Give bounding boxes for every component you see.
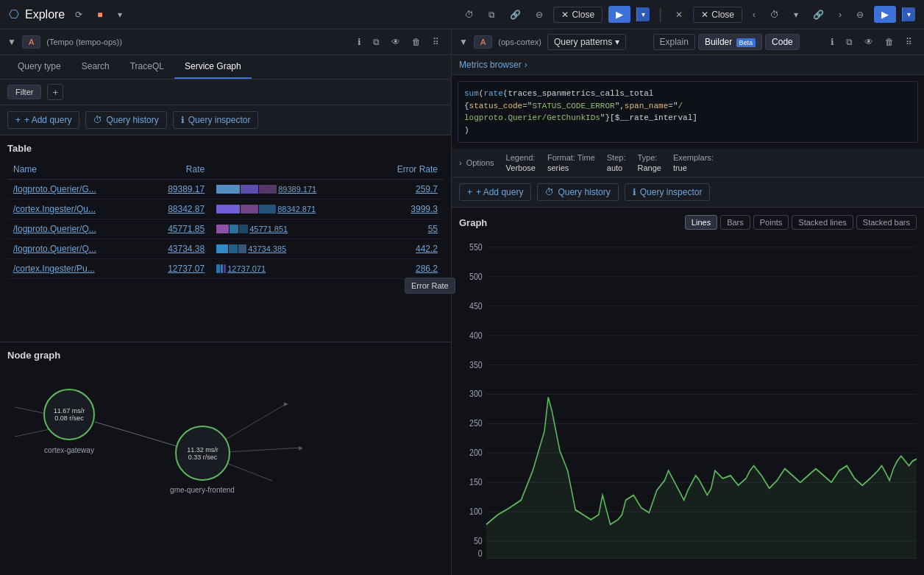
left-panel-icons: ℹ ⧉ 👁 🗑 ⠿ <box>353 34 444 50</box>
cell-bar: 12737.071 <box>210 259 369 279</box>
divider: | <box>658 6 662 23</box>
right-next-btn[interactable]: › <box>834 7 846 23</box>
cell-rate: 89389.17 <box>142 180 211 200</box>
left-collapse-btn[interactable]: ▼ <box>7 37 16 47</box>
left-datasource-name: (Tempo (tempo-ops)) <box>46 38 122 46</box>
graph-points-btn[interactable]: Points <box>753 215 789 230</box>
left-query-history-btn[interactable]: ⏱ Query history <box>85 111 166 129</box>
left-copy-btn[interactable]: ⧉ <box>484 7 500 23</box>
table-row: /cortex.Ingester/Qu... 88342.87 88342.87… <box>7 200 444 219</box>
right-run-button[interactable]: ▶ <box>874 6 896 23</box>
code-editor[interactable]: sum(rate(traces_spanmetrics_calls_total … <box>458 81 918 143</box>
graph-stacked-bars-btn[interactable]: Stacked bars <box>856 215 917 230</box>
left-chevron-btn[interactable]: ▾ <box>113 7 127 23</box>
left-eye-btn[interactable]: 👁 <box>387 34 405 50</box>
graph-bars-btn[interactable]: Bars <box>720 215 750 230</box>
filter-row: Filter + <box>0 80 451 105</box>
right-query-inspector-btn[interactable]: ℹ Query inspector <box>625 183 711 201</box>
tab-query-type[interactable]: Query type <box>7 55 71 79</box>
svg-text:50: 50 <box>474 535 483 547</box>
right-zoom-btn[interactable]: ⊖ <box>852 7 868 23</box>
right-close-button[interactable]: ✕ Close <box>693 7 742 23</box>
left-history-btn[interactable]: ⏱ <box>461 7 478 23</box>
right-close-x[interactable]: ✕ <box>671 7 687 23</box>
chevron-right-options-icon: › <box>459 158 462 167</box>
code-span-val: / <box>678 102 683 110</box>
right-prev-btn[interactable]: ‹ <box>748 7 760 23</box>
filter-label: Filter <box>7 85 41 99</box>
right-drag-btn[interactable]: ⠿ <box>901 34 917 50</box>
code-rate: rate <box>483 89 502 98</box>
col-bar <box>210 160 369 180</box>
share-button[interactable]: ⟳ <box>71 7 87 23</box>
graph-area: 550 500 450 400 350 300 250 200 150 100 … <box>459 236 917 559</box>
right-info-btn[interactable]: ℹ <box>826 34 839 50</box>
tab-traceql[interactable]: TraceQL <box>120 55 174 79</box>
options-legend: Legend: Verbose <box>506 153 536 172</box>
right-close-x-icon: ✕ <box>701 10 708 20</box>
options-toggle[interactable]: › Options <box>459 158 494 167</box>
tab-search[interactable]: Search <box>71 55 120 79</box>
right-eye-btn[interactable]: 👁 <box>860 34 878 50</box>
graph-section: Graph Lines Bars Points Stacked lines St… <box>452 208 924 575</box>
right-collapse-btn[interactable]: ▼ <box>459 37 468 47</box>
left-run-arrow-button[interactable]: ▾ <box>636 7 650 21</box>
right-query-history-btn[interactable]: ⏱ Query history <box>537 183 618 201</box>
left-zoom-btn[interactable]: ⊖ <box>531 7 547 23</box>
cell-error-rate: 286.2 <box>369 259 444 279</box>
metrics-browser-btn[interactable]: Metrics browser › <box>459 60 527 70</box>
left-link-btn[interactable]: 🔗 <box>505 7 525 23</box>
left-datasource-icon[interactable]: ■ <box>93 7 107 23</box>
left-info-btn[interactable]: ℹ <box>353 34 366 50</box>
right-add-query-btn[interactable]: + + Add query <box>459 183 531 201</box>
left-copy-query-btn[interactable]: ⧉ <box>369 34 384 50</box>
right-run-arrow-button[interactable]: ▾ <box>902 7 915 21</box>
left-query-inspector-btn[interactable]: ℹ Query inspector <box>173 111 259 129</box>
left-add-query-btn[interactable]: + + Add query <box>7 111 79 129</box>
svg-text:250: 250 <box>469 417 483 429</box>
options-format: Format: Time series <box>547 153 595 172</box>
node-graph-canvas: 11.67 ms/r 0.08 r/sec cortex-gateway 11.… <box>7 367 444 499</box>
builder-btn[interactable]: Builder Beta <box>698 34 762 50</box>
right-datasource-name: (ops-cortex) <box>498 38 541 46</box>
query-patterns-btn[interactable]: Query patterns ▾ <box>547 34 626 50</box>
svg-text:100: 100 <box>469 506 483 518</box>
graph-stacked-lines-btn[interactable]: Stacked lines <box>792 215 853 230</box>
right-history-btn[interactable]: ⏱ <box>766 7 783 23</box>
right-copy-query-btn[interactable]: ⧉ <box>842 34 857 50</box>
cell-bar: 45771.851 <box>210 219 369 239</box>
explain-btn[interactable]: Explain <box>653 34 695 50</box>
code-status: status_code <box>469 102 523 110</box>
graph-lines-btn[interactable]: Lines <box>685 215 717 230</box>
cell-bar: 88342.871 <box>210 200 369 219</box>
col-name: Name <box>7 160 142 180</box>
right-link-btn[interactable]: 🔗 <box>808 7 828 23</box>
tab-service-graph[interactable]: Service Graph <box>174 55 252 79</box>
node-cortex-gateway[interactable]: 11.67 ms/r 0.08 r/sec <box>43 389 95 440</box>
explore-icon: ⎔ <box>9 7 19 21</box>
left-run-button[interactable]: ▶ <box>608 6 630 23</box>
col-rate: Rate <box>142 160 211 180</box>
node-gme-query-frontend[interactable]: 11.32 ms/r 0.33 r/sec <box>175 426 230 481</box>
node-gme-query-frontend-label: gme-query-frontend <box>162 486 243 494</box>
cell-name: /cortex.Ingester/Pu... <box>7 259 142 279</box>
graph-title: Graph <box>459 217 487 228</box>
cell-error-rate: 442.2 <box>369 239 444 259</box>
svg-text:0: 0 <box>478 548 483 559</box>
left-delete-btn[interactable]: 🗑 <box>408 34 425 50</box>
cell-name: /logproto.Querier/Q... <box>7 219 142 239</box>
add-filter-btn[interactable]: + <box>47 84 63 100</box>
options-step: Step: auto <box>607 153 626 172</box>
table-title: Table <box>7 143 444 154</box>
table-section: Table Name Rate Error Rate /logproto.Que… <box>0 135 451 342</box>
left-close-button[interactable]: ✕ Close <box>553 7 603 23</box>
right-history-icon: ⏱ <box>545 187 554 197</box>
right-chevron-btn[interactable]: ▾ <box>789 7 803 23</box>
run-icon: ▶ <box>616 9 623 20</box>
left-drag-btn[interactable]: ⠿ <box>428 34 444 50</box>
code-btn[interactable]: Code <box>765 34 800 50</box>
right-run-icon: ▶ <box>881 9 889 20</box>
cell-name: /cortex.Ingester/Qu... <box>7 200 142 219</box>
right-delete-btn[interactable]: 🗑 <box>881 34 898 50</box>
svg-marker-7 <box>299 446 303 451</box>
